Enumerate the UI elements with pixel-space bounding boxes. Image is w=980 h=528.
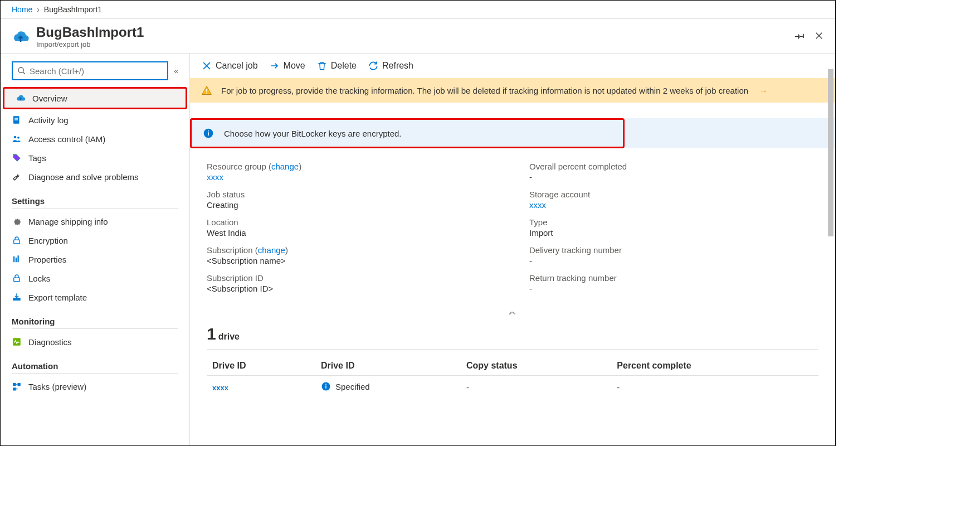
sidebar-item-encryption[interactable]: Encryption <box>1 231 189 250</box>
col-percent-complete[interactable]: Percent complete <box>611 356 818 376</box>
sidebar-section-automation: Automation <box>12 353 178 374</box>
svg-rect-13 <box>13 383 16 386</box>
prop-value-job-status: Creating <box>207 200 496 210</box>
svg-point-0 <box>18 67 23 72</box>
info-icon <box>321 381 331 391</box>
lock-icon <box>12 273 22 283</box>
refresh-icon <box>368 60 379 71</box>
svg-rect-11 <box>13 298 21 301</box>
import-export-icon <box>16 93 26 103</box>
prop-value-subscription-id: <Subscription ID> <box>207 284 496 293</box>
info-text: Choose how your BitLocker keys are encry… <box>224 129 402 138</box>
svg-rect-8 <box>16 258 17 262</box>
people-icon <box>12 134 22 144</box>
change-resource-group-link[interactable]: change <box>271 162 299 171</box>
tags-icon <box>12 153 22 163</box>
prop-value-location: West India <box>207 228 496 238</box>
breadcrumb-home[interactable]: Home <box>12 5 32 14</box>
wrench-icon <box>12 172 22 182</box>
prop-label-resource-group: Resource group (change) <box>207 162 496 171</box>
sidebar-item-locks[interactable]: Locks <box>1 269 189 288</box>
drive-label: drive <box>218 332 240 342</box>
sidebar-item-tasks[interactable]: Tasks (preview) <box>1 377 189 396</box>
sidebar-item-access-control[interactable]: Access control (IAM) <box>1 129 189 148</box>
prop-label-return-tracking: Return tracking number <box>529 273 818 283</box>
sidebar-collapse-icon[interactable]: « <box>174 66 178 75</box>
sidebar-item-label: Properties <box>28 255 66 264</box>
search-icon <box>17 66 26 75</box>
svg-rect-9 <box>18 255 19 262</box>
svg-rect-10 <box>14 278 20 282</box>
sidebar-item-label: Locks <box>28 274 50 283</box>
breadcrumb-separator: › <box>37 5 40 14</box>
svg-point-5 <box>17 137 19 139</box>
drive-state: Specified <box>335 382 370 391</box>
svg-rect-16 <box>206 89 207 92</box>
drive-count: 1 <box>207 324 216 343</box>
sidebar-item-tags[interactable]: Tags <box>1 148 189 167</box>
drive-id-link[interactable]: xxxx <box>212 384 228 392</box>
prop-value-storage-account[interactable]: xxxx <box>529 200 818 210</box>
table-row[interactable]: xxxx Specified - - <box>207 376 818 399</box>
sidebar-item-diagnostics[interactable]: Diagnostics <box>1 332 189 351</box>
svg-rect-12 <box>13 338 21 346</box>
delete-button[interactable]: Delete <box>316 60 357 71</box>
prop-value-resource-group[interactable]: xxxx <box>207 172 496 182</box>
prop-value-subscription: <Subscription name> <box>207 256 496 265</box>
gear-icon <box>12 216 22 226</box>
prop-label-type: Type <box>529 217 818 227</box>
cancel-job-button[interactable]: Cancel job <box>201 60 258 71</box>
pin-icon[interactable] <box>795 31 805 42</box>
lock-icon <box>12 235 22 245</box>
sidebar-item-activity-log[interactable]: Activity log <box>1 110 189 129</box>
prop-value-type: Import <box>529 228 818 238</box>
svg-rect-22 <box>325 386 326 389</box>
prop-value-delivery-tracking: - <box>529 256 818 265</box>
move-button[interactable]: Move <box>269 60 305 71</box>
col-drive-id[interactable]: Drive ID <box>207 356 315 376</box>
col-copy-status[interactable]: Copy status <box>461 356 611 376</box>
prop-label-subscription: Subscription (change) <box>207 245 496 255</box>
export-icon <box>12 292 22 302</box>
collapse-properties-icon[interactable]: ︽ <box>190 307 835 319</box>
search-input-wrapper[interactable] <box>12 61 168 80</box>
prop-label-job-status: Job status <box>207 190 496 199</box>
toolbar-label: Delete <box>331 61 357 71</box>
svg-rect-6 <box>14 240 20 244</box>
warning-banner[interactable]: For job to progress, provide the trackin… <box>190 78 835 103</box>
close-icon[interactable] <box>814 31 824 42</box>
sidebar-item-diagnose[interactable]: Diagnose and solve problems <box>1 167 189 186</box>
vertical-scrollbar[interactable] <box>826 54 834 445</box>
drives-table: Drive ID Drive ID Copy status Percent co… <box>207 356 818 399</box>
toolbar-label: Move <box>284 61 305 71</box>
sidebar-item-manage-shipping[interactable]: Manage shipping info <box>1 212 189 231</box>
svg-rect-19 <box>208 132 209 135</box>
diagnostics-icon <box>12 337 22 347</box>
svg-rect-20 <box>208 130 209 132</box>
refresh-button[interactable]: Refresh <box>368 60 413 71</box>
breadcrumb-current: BugBashImport1 <box>44 5 102 14</box>
prop-value-percent-complete: - <box>529 172 818 182</box>
trash-icon <box>316 60 328 71</box>
sidebar-item-label: Export template <box>28 293 87 302</box>
svg-rect-15 <box>13 387 16 390</box>
sidebar-item-export-template[interactable]: Export template <box>1 288 189 307</box>
scrollbar-thumb[interactable] <box>828 69 833 236</box>
info-banner[interactable]: Choose how your BitLocker keys are encry… <box>190 118 625 148</box>
search-input[interactable] <box>30 66 163 76</box>
toolbar-label: Refresh <box>382 61 413 71</box>
prop-label-subscription-id: Subscription ID <box>207 273 496 283</box>
page-header: BugBashImport1 Import/export job <box>1 19 835 54</box>
sidebar-item-properties[interactable]: Properties <box>1 250 189 269</box>
change-subscription-link[interactable]: change <box>258 245 285 255</box>
arrow-right-icon <box>269 60 280 71</box>
sidebar-item-overview[interactable]: Overview <box>3 87 187 109</box>
col-drive-id-2[interactable]: Drive ID <box>315 356 461 376</box>
log-icon <box>12 115 22 125</box>
prop-label-location: Location <box>207 217 496 227</box>
svg-rect-2 <box>14 118 18 119</box>
svg-rect-3 <box>14 119 18 120</box>
sidebar-item-label: Tasks (preview) <box>28 382 86 391</box>
content-area: Cancel job Move Delete Refresh For job t… <box>190 54 835 445</box>
svg-rect-14 <box>18 383 21 386</box>
